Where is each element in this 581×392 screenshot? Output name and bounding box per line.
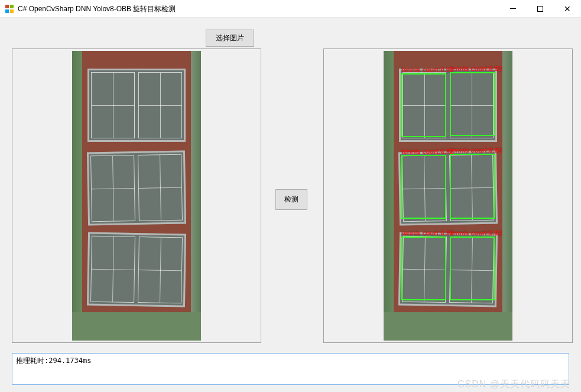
status-text: 推理耗时:294.1734ms — [16, 357, 91, 365]
close-button[interactable]: ✕ — [554, 0, 581, 17]
svg-rect-1 — [10, 5, 14, 8]
window-controls: ✕ — [499, 0, 581, 17]
svg-rect-0 — [5, 5, 9, 8]
app-icon — [5, 4, 14, 14]
status-textbox[interactable]: 推理耗时:294.1734ms — [12, 353, 569, 385]
client-area: 选择图片 检测 tennis court:0.92tennis court:0.… — [0, 18, 581, 392]
titlebar: C# OpenCvSharp DNN Yolov8-OBB 旋转目标检测 ✕ — [0, 0, 581, 18]
detect-button[interactable]: 检测 — [275, 189, 307, 210]
source-image — [72, 51, 201, 341]
result-image: tennis court:0.92tennis court:0.92tennis… — [384, 51, 512, 341]
source-image-box — [12, 48, 261, 343]
select-image-button[interactable]: 选择图片 — [206, 30, 254, 47]
maximize-button[interactable] — [527, 0, 554, 17]
svg-rect-2 — [5, 9, 9, 13]
result-image-box: tennis court:0.92tennis court:0.92tennis… — [323, 48, 573, 343]
minimize-button[interactable] — [499, 0, 527, 17]
window-title: C# OpenCvSharp DNN Yolov8-OBB 旋转目标检测 — [18, 0, 176, 18]
svg-rect-3 — [10, 9, 14, 13]
